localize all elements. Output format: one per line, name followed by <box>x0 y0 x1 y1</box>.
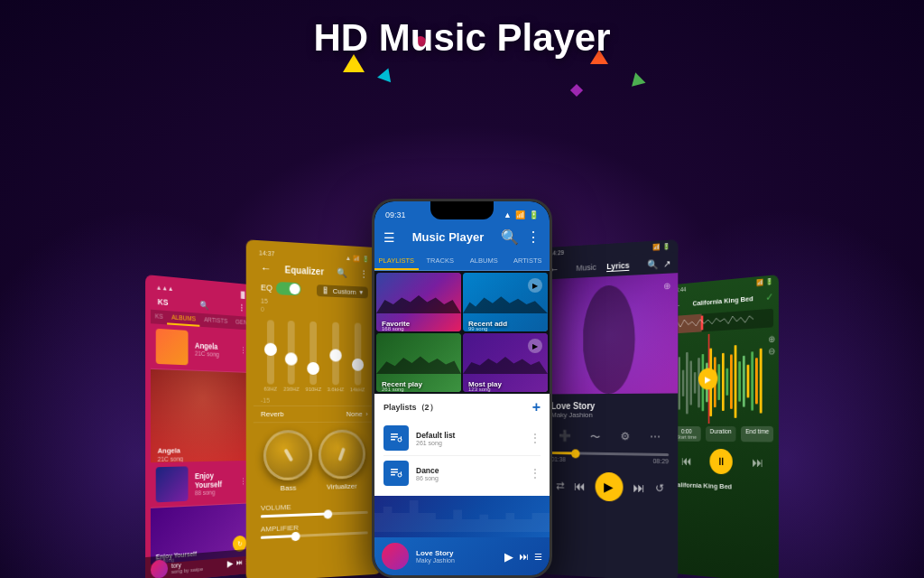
more-btn-default-list[interactable]: ⋮ <box>530 432 541 444</box>
icons-lyrics: 📶 🔋 <box>652 243 670 251</box>
play-btn-main-lyrics[interactable]: ▶ <box>595 472 623 502</box>
phone-equalizer: 14:37 ▲ 📶 🔋 ← Equalizer 🔍 ⋮ EQ 🎛 <box>246 239 382 578</box>
scale-neg15: -15 <box>261 397 270 404</box>
slider-thumb-2[interactable] <box>285 352 298 365</box>
more-icon[interactable]: ⋮ <box>238 303 245 312</box>
volume-track[interactable] <box>261 511 368 518</box>
hamburger-icon[interactable]: ☰ <box>383 230 395 245</box>
add-playlist-btn[interactable]: + <box>532 399 541 415</box>
more-icon-lyrics[interactable]: ⋯ <box>650 430 661 445</box>
confetti-square-1 <box>570 84 583 97</box>
wave-icon-lyrics[interactable]: 〜 <box>590 430 600 445</box>
timeline-track[interactable] <box>673 309 774 334</box>
next-btn[interactable]: ⏭ <box>519 551 529 562</box>
eq-icon-lyrics[interactable]: ⚙ <box>620 430 630 445</box>
back-icon-eq[interactable]: ← <box>261 262 272 275</box>
prev-btn-wave[interactable]: ⏮ <box>681 453 692 468</box>
virtualizer-knob-group: Virtualizer <box>319 430 365 491</box>
preset-selector[interactable]: 🎛 Custom ▾ <box>317 284 367 298</box>
eq-toggle-switch[interactable] <box>276 282 301 295</box>
more-icon-eq[interactable]: ⋮ <box>359 268 367 278</box>
np-album-art <box>382 543 409 570</box>
playlist-section-main: Playlists（2） + De <box>374 394 550 496</box>
freq-label-3: 910HZ <box>306 387 321 392</box>
confetti-triangle-2 <box>377 66 395 83</box>
phone-main-inner: 09:31 ▲ 📶 🔋 ☰ Music Player 🔍 ⋮ PLAYLISTS <box>374 201 550 575</box>
slider-thumb-3[interactable] <box>308 362 320 375</box>
reverb-value-group[interactable]: None › <box>346 410 368 418</box>
search-icon[interactable]: 🔍 <box>199 301 208 311</box>
tab-albums[interactable]: ALBUMS <box>167 311 199 327</box>
play-btn-wave[interactable]: ⏸ <box>710 449 733 475</box>
slider-track-4[interactable] <box>332 322 339 386</box>
mini-thumb <box>151 559 168 578</box>
svg-rect-28 <box>747 365 750 398</box>
play-pause-btn[interactable]: ▶ <box>504 550 513 564</box>
add-icon-lyrics[interactable]: ➕ <box>559 430 571 445</box>
zoom-in-icon[interactable]: ⊕ <box>768 333 775 344</box>
more-btn-dance[interactable]: ⋮ <box>530 467 541 480</box>
thumb-grid: Favorite 168 song Favorite 168 song Rece… <box>374 271 550 394</box>
check-icon-wave[interactable]: ✓ <box>765 291 773 303</box>
playlist-info-dance: Dance 86 song <box>416 466 530 481</box>
virtualizer-label: Virtualizer <box>319 482 365 491</box>
tab-ks[interactable]: KS <box>151 310 168 325</box>
header-actions: 🔍 ⋮ <box>501 228 541 246</box>
amplifier-thumb[interactable] <box>291 531 300 541</box>
slider-track-2[interactable] <box>288 321 295 385</box>
tab-artists[interactable]: ARTISTS <box>199 313 231 329</box>
play-btn-recent[interactable]: ▶ <box>528 278 542 293</box>
slider-track-5[interactable] <box>354 322 360 385</box>
duration-btn[interactable]: Duration <box>706 426 735 442</box>
end-time-btn[interactable]: End time <box>741 426 773 443</box>
slider-thumb-4[interactable] <box>329 349 341 361</box>
volume-fill <box>261 513 326 518</box>
more-icon-main[interactable]: ⋮ <box>526 228 541 246</box>
shuffle-btn-lyrics[interactable]: ⇄ <box>556 479 564 491</box>
repeat-btn-lyrics[interactable]: ↺ <box>655 481 664 495</box>
bass-knob[interactable] <box>263 430 312 480</box>
share-icon-lyrics[interactable]: ↗ <box>663 258 670 269</box>
eq-title: Equalizer <box>285 265 324 276</box>
svg-rect-22 <box>722 353 725 411</box>
slider-track-3[interactable] <box>310 322 317 385</box>
freq-label-4: 3.6kHZ <box>328 387 344 392</box>
artist-lyrics: Maky Jashion <box>551 411 669 419</box>
slider-thumb-5[interactable] <box>352 359 364 371</box>
play-icon-bottom[interactable]: ▶ <box>227 558 234 568</box>
tab-playlists[interactable]: PLAYLISTS <box>374 253 419 270</box>
progress-thumb-lyrics[interactable] <box>571 449 579 458</box>
tab-tracks[interactable]: TRACKS <box>419 253 463 270</box>
playlist-icon-2 <box>383 461 409 486</box>
slider-track-1[interactable] <box>267 320 274 384</box>
next-icon-bottom[interactable]: ⏭ <box>236 558 243 566</box>
knob-indicator-2 <box>338 447 346 461</box>
zoom-out-icon[interactable]: ⊖ <box>768 346 775 357</box>
volume-thumb[interactable] <box>324 509 333 518</box>
next-btn-lyrics[interactable]: ⏭ <box>633 480 645 496</box>
icons-wave: 📶 🔋 <box>756 278 773 287</box>
queue-btn[interactable]: ☰ <box>534 552 542 562</box>
track-sub-angela: 21C song <box>195 350 240 358</box>
search-icon-lyrics[interactable]: 🔍 <box>647 258 658 269</box>
tab-music[interactable]: Music <box>576 262 596 273</box>
search-icon-main[interactable]: 🔍 <box>501 228 519 246</box>
knob-indicator <box>283 448 293 461</box>
playback-controls-lyrics: ⇄ ⏮ ▶ ⏭ ↺ <box>542 465 678 508</box>
eq-sliders-container: 63HZ 230HZ 910HZ <box>254 314 374 398</box>
playlist-header-row: Playlists（2） + <box>383 399 541 415</box>
slider-thumb-1[interactable] <box>264 343 277 357</box>
np-song-info: Love Story Maky Jashion <box>416 549 504 564</box>
virtualizer-knob[interactable] <box>319 430 365 480</box>
tab-lyrics[interactable]: Lyrics <box>606 260 629 271</box>
zoom-icon[interactable]: ⊕ <box>663 281 670 292</box>
freq-label-2: 230HZ <box>283 387 300 392</box>
play-btn-most[interactable]: ▶ <box>528 339 542 353</box>
np-artist: Maky Jashion <box>416 557 504 564</box>
mini-song-info: tory song by swipe <box>171 558 224 574</box>
next-btn-wave[interactable]: ⏭ <box>752 455 763 471</box>
tab-artists[interactable]: ARTISTS <box>506 253 550 270</box>
search-icon-eq[interactable]: 🔍 <box>337 267 346 277</box>
prev-btn-lyrics[interactable]: ⏮ <box>573 479 585 493</box>
tab-albums[interactable]: ALBUMS <box>462 253 506 270</box>
